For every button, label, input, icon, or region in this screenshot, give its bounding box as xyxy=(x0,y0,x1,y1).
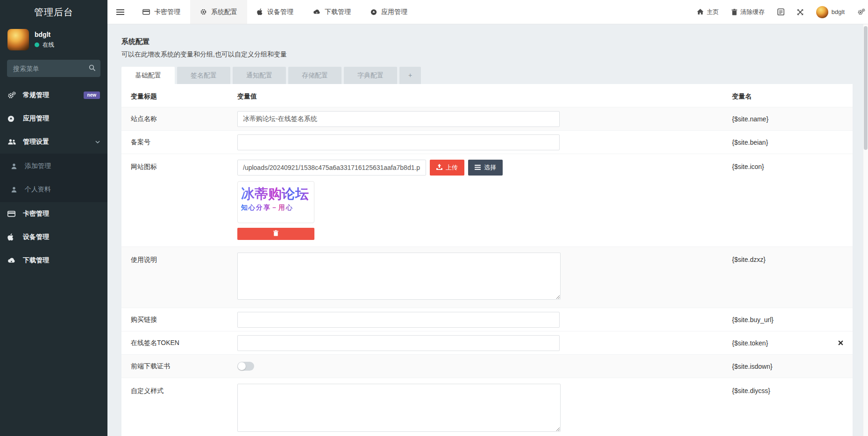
row-label: 使用说明 xyxy=(131,253,237,264)
col-header-title: 变量标题 xyxy=(131,92,237,101)
avatar xyxy=(7,29,29,50)
tab-add-group[interactable]: + xyxy=(399,67,421,84)
sidebar-item-profile[interactable]: 个人资料 xyxy=(0,178,107,201)
search-input[interactable] xyxy=(7,60,100,77)
user-status: 在线 xyxy=(35,41,54,49)
home-label: 主页 xyxy=(707,8,719,16)
clear-cache-label: 清除缓存 xyxy=(740,8,765,16)
row-label: 购买链接 xyxy=(131,316,237,324)
choose-label: 选择 xyxy=(484,163,496,172)
row-var-name-text: {$site.token} xyxy=(732,339,768,347)
sidebar-item-devices[interactable]: 设备管理 xyxy=(0,225,107,249)
apple-icon xyxy=(257,8,263,15)
sidebar-item-label: 管理设置 xyxy=(23,138,49,146)
config-tabs: 基础配置 签名配置 通知配置 存储配置 字典配置 + xyxy=(121,67,853,84)
row-var-name: {$site.beian} xyxy=(732,139,843,146)
sidebar-item-label: 卡密管理 xyxy=(23,210,49,218)
choose-button[interactable]: 选择 xyxy=(468,160,503,176)
vertical-scrollbar[interactable] xyxy=(863,24,868,436)
sidebar-submenu: 添加管理 个人资料 xyxy=(0,154,107,202)
table-row: 使用说明 {$site.dzxz} xyxy=(121,246,853,308)
col-header-name: 变量名 xyxy=(732,92,843,101)
online-label: 在线 xyxy=(43,41,54,49)
search-icon[interactable] xyxy=(89,64,95,72)
row-label: 网站图标 xyxy=(131,160,237,171)
cloud-download-icon xyxy=(313,9,320,15)
tab-dict-config[interactable]: 字典配置 xyxy=(344,67,397,84)
isdown-toggle[interactable] xyxy=(237,362,254,371)
language-button[interactable] xyxy=(777,8,784,15)
user-menu[interactable]: bdglt xyxy=(816,6,845,18)
fullscreen-button[interactable] xyxy=(797,9,804,15)
usage-notes-textarea[interactable] xyxy=(237,253,561,300)
col-header-value: 变量值 xyxy=(237,92,732,101)
sidebar-item-apps[interactable]: 应用管理 xyxy=(0,107,107,130)
row-label: 在线签名TOKEN xyxy=(131,339,237,347)
table-row: 网站图标 上传 xyxy=(121,154,853,246)
tab-notify-config[interactable]: 通知配置 xyxy=(233,67,286,84)
app-brand: 管理后台 xyxy=(0,0,107,24)
row-label: 前端下载证书 xyxy=(131,362,237,371)
user-icon xyxy=(11,187,21,193)
upload-label: 上传 xyxy=(446,163,458,172)
apple-icon xyxy=(7,233,19,241)
site-icon-input[interactable] xyxy=(237,160,426,176)
sidebar-item-label: 下载管理 xyxy=(23,256,49,265)
beian-input[interactable] xyxy=(237,134,560,150)
app-circle-icon xyxy=(370,9,377,15)
topbar-tab-devices[interactable]: 设备管理 xyxy=(247,0,303,24)
sidebar-item-cards[interactable]: 卡密管理 xyxy=(0,202,107,225)
row-var-name: {$site.isdown} xyxy=(732,363,843,370)
row-var-name: {$site.buy_url} xyxy=(732,316,843,323)
sidebar-item-add-admin[interactable]: 添加管理 xyxy=(0,155,107,178)
row-var-name: {$site.token} xyxy=(732,339,843,347)
sidebar-item-admin-settings[interactable]: 管理设置 xyxy=(0,130,107,154)
trash-icon xyxy=(273,230,278,238)
clear-cache-button[interactable]: 清除缓存 xyxy=(732,8,765,16)
home-link[interactable]: 主页 xyxy=(697,8,719,16)
topbar-tab-label: 下载管理 xyxy=(325,8,351,16)
row-var-name: {$site.dzxz} xyxy=(732,253,843,263)
cogs-icon xyxy=(857,8,865,15)
buy-url-input[interactable] xyxy=(237,312,560,328)
sidebar-item-label: 设备管理 xyxy=(23,233,49,241)
tab-basic-config[interactable]: 基础配置 xyxy=(121,67,175,84)
sidebar-item-label: 应用管理 xyxy=(23,114,49,123)
chevron-down-icon xyxy=(95,141,100,144)
delete-image-button[interactable] xyxy=(237,228,314,240)
language-icon xyxy=(777,8,784,15)
site-name-input[interactable] xyxy=(237,111,560,127)
avatar xyxy=(816,6,828,18)
sidebar-item-label: 添加管理 xyxy=(25,162,51,170)
tab-sign-config[interactable]: 签名配置 xyxy=(177,67,230,84)
site-icon-preview-image[interactable]: 冰蒂购论坛 知心分享－用心 xyxy=(237,181,314,223)
topbar-tab-apps[interactable]: 应用管理 xyxy=(361,0,417,24)
topbar-tab-cards[interactable]: 卡密管理 xyxy=(133,0,190,24)
scrollbar-thumb[interactable] xyxy=(864,26,868,150)
app-root: 管理后台 bdglt 在线 常规管理 new xyxy=(0,0,868,436)
row-var-name: {$site.name} xyxy=(732,115,843,123)
config-panel: 变量标题 变量值 变量名 站点名称 {$site.name} 备案号 {$sit… xyxy=(121,84,853,436)
topbar-tab-system-config[interactable]: 系统配置 xyxy=(190,0,247,24)
table-row: 前端下载证书 {$site.isdown} xyxy=(121,354,853,378)
custom-css-textarea[interactable] xyxy=(237,384,561,432)
row-label: 备案号 xyxy=(131,138,237,147)
table-header: 变量标题 变量值 变量名 xyxy=(121,84,853,107)
credit-card-icon xyxy=(142,9,150,15)
hamburger-menu-icon[interactable] xyxy=(107,0,133,24)
user-panel: bdglt 在线 xyxy=(0,24,107,56)
sidebar-item-downloads[interactable]: 下载管理 xyxy=(0,249,107,272)
close-icon[interactable] xyxy=(838,340,843,345)
tab-storage-config[interactable]: 存储配置 xyxy=(288,67,342,84)
fullscreen-icon xyxy=(797,9,804,15)
upload-button[interactable]: 上传 xyxy=(430,160,464,176)
new-badge: new xyxy=(84,91,100,99)
settings-button[interactable] xyxy=(857,8,865,15)
topbar-tab-label: 系统配置 xyxy=(211,8,237,16)
table-row: 购买链接 {$site.buy_url} xyxy=(121,308,853,331)
sidebar-item-general[interactable]: 常规管理 new xyxy=(0,84,107,107)
preview-text-line1: 冰蒂购论坛 xyxy=(241,184,311,204)
topbar-tab-downloads[interactable]: 下载管理 xyxy=(303,0,361,24)
token-input[interactable] xyxy=(237,335,560,351)
trash-icon xyxy=(732,9,737,15)
